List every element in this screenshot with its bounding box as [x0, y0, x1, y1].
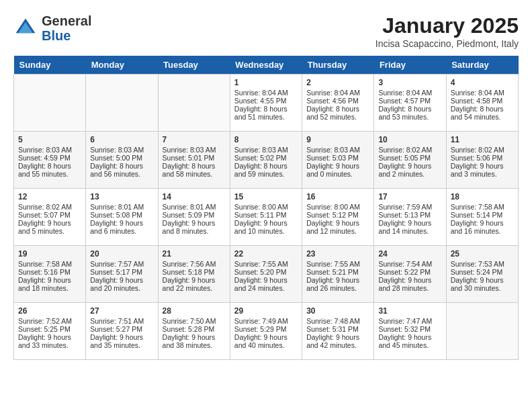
- day-info: Sunset: 5:29 PM: [234, 325, 298, 333]
- calendar-cell: 15Sunrise: 8:00 AMSunset: 5:11 PMDayligh…: [230, 189, 302, 246]
- day-info: Sunset: 5:12 PM: [306, 211, 369, 219]
- day-number: 18: [451, 192, 514, 201]
- day-number: 27: [90, 306, 153, 316]
- day-number: 30: [306, 306, 369, 316]
- day-info: Sunrise: 8:02 AM: [378, 146, 441, 154]
- day-info: Sunrise: 8:00 AM: [306, 203, 369, 211]
- day-info: Daylight: 9 hours and 38 minutes.: [163, 333, 226, 349]
- day-info: Sunrise: 7:55 AM: [234, 260, 298, 268]
- day-info: Sunrise: 7:49 AM: [234, 317, 298, 325]
- month-title: January 2025: [375, 13, 519, 38]
- logo-icon: [13, 16, 38, 40]
- day-number: 5: [18, 135, 81, 144]
- calendar-body: 1Sunrise: 8:04 AMSunset: 4:55 PMDaylight…: [14, 75, 519, 360]
- day-number: 4: [451, 78, 514, 87]
- calendar-cell: 30Sunrise: 7:48 AMSunset: 5:31 PMDayligh…: [302, 303, 374, 360]
- day-info: Sunset: 5:17 PM: [90, 268, 153, 276]
- week-row: 26Sunrise: 7:52 AMSunset: 5:25 PMDayligh…: [14, 303, 519, 360]
- calendar-cell: 14Sunrise: 8:01 AMSunset: 5:09 PMDayligh…: [158, 189, 230, 246]
- day-number: 26: [18, 306, 81, 316]
- calendar-cell: 22Sunrise: 7:55 AMSunset: 5:20 PMDayligh…: [230, 246, 302, 303]
- day-info: Sunset: 5:20 PM: [234, 268, 298, 276]
- day-number: 1: [234, 78, 298, 87]
- day-number: 2: [306, 78, 369, 87]
- calendar-cell: 26Sunrise: 7:52 AMSunset: 5:25 PMDayligh…: [14, 303, 86, 360]
- day-info: Sunset: 5:22 PM: [378, 268, 441, 276]
- day-info: Daylight: 9 hours and 3 minutes.: [451, 162, 514, 178]
- day-info: Sunrise: 8:01 AM: [90, 203, 153, 211]
- week-row: 1Sunrise: 8:04 AMSunset: 4:55 PMDaylight…: [14, 75, 519, 132]
- week-row: 5Sunrise: 8:03 AMSunset: 4:59 PMDaylight…: [14, 132, 519, 189]
- day-info: Sunrise: 7:59 AM: [378, 203, 441, 211]
- day-number: 25: [451, 249, 514, 259]
- day-number: 3: [378, 78, 441, 87]
- day-number: 7: [163, 135, 226, 144]
- day-info: Sunset: 5:24 PM: [451, 268, 514, 276]
- day-info: Sunset: 5:08 PM: [90, 211, 153, 219]
- day-info: Sunset: 4:59 PM: [18, 154, 81, 162]
- calendar-cell: 20Sunrise: 7:57 AMSunset: 5:17 PMDayligh…: [86, 246, 158, 303]
- calendar-cell: 8Sunrise: 8:03 AMSunset: 5:02 PMDaylight…: [230, 132, 302, 189]
- day-info: Daylight: 9 hours and 26 minutes.: [306, 276, 369, 292]
- day-info: Sunset: 5:14 PM: [451, 211, 514, 219]
- logo-text: General Blue: [42, 13, 91, 43]
- day-info: Daylight: 9 hours and 16 minutes.: [451, 219, 514, 235]
- day-info: Sunset: 5:06 PM: [451, 154, 514, 162]
- calendar-cell: 18Sunrise: 7:58 AMSunset: 5:14 PMDayligh…: [446, 189, 518, 246]
- day-info: Daylight: 9 hours and 33 minutes.: [18, 333, 81, 349]
- day-info: Sunset: 5:16 PM: [18, 268, 81, 276]
- day-info: Daylight: 9 hours and 20 minutes.: [90, 276, 153, 292]
- day-number: 24: [378, 249, 441, 259]
- day-info: Daylight: 9 hours and 8 minutes.: [163, 219, 226, 235]
- calendar-cell: 1Sunrise: 8:04 AMSunset: 4:55 PMDaylight…: [230, 75, 302, 132]
- logo: General Blue: [13, 13, 91, 43]
- day-of-week-wednesday: Wednesday: [230, 56, 302, 75]
- calendar-cell: 29Sunrise: 7:49 AMSunset: 5:29 PMDayligh…: [230, 303, 302, 360]
- calendar-cell: 11Sunrise: 8:02 AMSunset: 5:06 PMDayligh…: [446, 132, 518, 189]
- day-info: Daylight: 9 hours and 0 minutes.: [306, 162, 369, 178]
- day-info: Sunset: 5:27 PM: [90, 325, 153, 333]
- day-number: 15: [234, 192, 298, 201]
- day-info: Sunrise: 8:03 AM: [163, 146, 226, 154]
- day-info: Sunrise: 8:04 AM: [306, 89, 369, 97]
- calendar-cell: 4Sunrise: 8:04 AMSunset: 4:58 PMDaylight…: [446, 75, 518, 132]
- day-info: Sunrise: 8:03 AM: [90, 146, 153, 154]
- day-info: Sunrise: 7:58 AM: [451, 203, 514, 211]
- day-info: Sunset: 5:31 PM: [306, 325, 369, 333]
- day-info: Daylight: 8 hours and 59 minutes.: [234, 162, 298, 178]
- day-info: Daylight: 9 hours and 30 minutes.: [451, 276, 514, 292]
- day-number: 23: [306, 249, 369, 259]
- day-info: Daylight: 9 hours and 42 minutes.: [306, 333, 369, 349]
- day-info: Sunset: 4:58 PM: [451, 97, 514, 105]
- calendar-cell: 6Sunrise: 8:03 AMSunset: 5:00 PMDaylight…: [86, 132, 158, 189]
- day-info: Sunrise: 8:01 AM: [163, 203, 226, 211]
- day-number: 19: [18, 249, 81, 259]
- calendar-cell: 28Sunrise: 7:50 AMSunset: 5:28 PMDayligh…: [158, 303, 230, 360]
- day-info: Sunset: 5:13 PM: [378, 211, 441, 219]
- day-info: Sunrise: 8:04 AM: [234, 89, 298, 97]
- day-info: Sunset: 5:03 PM: [306, 154, 369, 162]
- day-info: Sunset: 5:28 PM: [163, 325, 226, 333]
- day-info: Sunrise: 7:50 AM: [163, 317, 226, 325]
- calendar-cell: [446, 303, 518, 360]
- day-info: Sunrise: 7:57 AM: [90, 260, 153, 268]
- day-number: 11: [451, 135, 514, 144]
- calendar-cell: 5Sunrise: 8:03 AMSunset: 4:59 PMDaylight…: [14, 132, 86, 189]
- day-info: Sunrise: 7:52 AM: [18, 317, 81, 325]
- day-number: 14: [163, 192, 226, 201]
- header-row: SundayMondayTuesdayWednesdayThursdayFrid…: [14, 56, 519, 75]
- day-info: Daylight: 8 hours and 55 minutes.: [18, 162, 81, 178]
- calendar-cell: 19Sunrise: 7:58 AMSunset: 5:16 PMDayligh…: [14, 246, 86, 303]
- day-info: Sunset: 5:21 PM: [306, 268, 369, 276]
- calendar-cell: 13Sunrise: 8:01 AMSunset: 5:08 PMDayligh…: [86, 189, 158, 246]
- day-number: 16: [306, 192, 369, 201]
- day-of-week-friday: Friday: [374, 56, 446, 75]
- day-number: 28: [163, 306, 226, 316]
- calendar-cell: 31Sunrise: 7:47 AMSunset: 5:32 PMDayligh…: [374, 303, 446, 360]
- day-info: Daylight: 8 hours and 52 minutes.: [306, 105, 369, 121]
- day-info: Sunrise: 8:00 AM: [234, 203, 298, 211]
- day-info: Daylight: 8 hours and 56 minutes.: [90, 162, 153, 178]
- day-number: 9: [306, 135, 369, 144]
- day-info: Sunset: 5:25 PM: [18, 325, 81, 333]
- day-info: Daylight: 9 hours and 40 minutes.: [234, 333, 298, 349]
